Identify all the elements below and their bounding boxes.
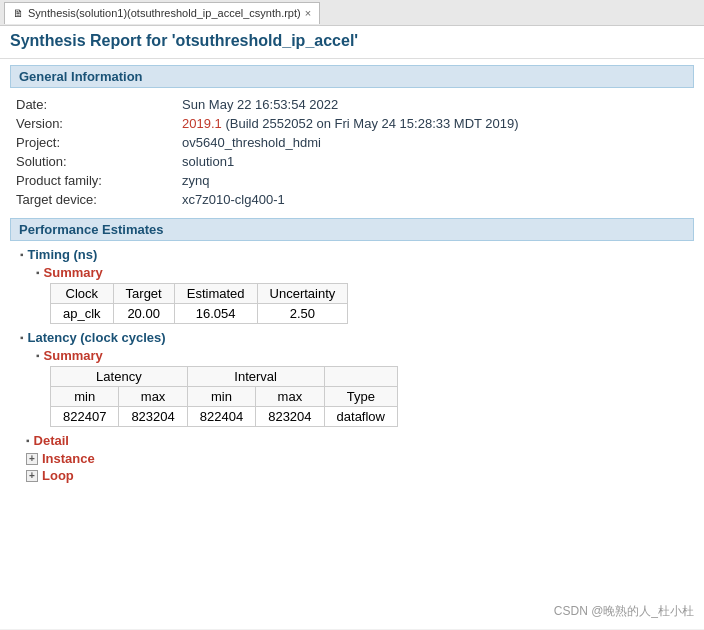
latency-col-max: max — [119, 387, 187, 407]
synthesis-tab[interactable]: 🗎 Synthesis(solution1)(otsuthreshold_ip_… — [4, 2, 320, 24]
timing-table: Clock Target Estimated Uncertainty ap_cl… — [50, 283, 348, 324]
info-row: Date:Sun May 22 16:53:54 2022 — [12, 96, 692, 113]
latency-collapse-icon: ▪ — [20, 332, 24, 343]
latency-summary-title[interactable]: ▪ Summary — [36, 348, 694, 363]
tab-bar: 🗎 Synthesis(solution1)(otsuthreshold_ip_… — [0, 0, 704, 26]
info-value: ov5640_threshold_hdmi — [178, 134, 692, 151]
timing-section: ▪ Timing (ns) ▪ Summary Clock Target Est… — [20, 247, 694, 324]
latency-col-type: Type — [324, 387, 397, 407]
latency-section: ▪ Latency (clock cycles) ▪ Summary Laten… — [20, 330, 694, 427]
content-area: General Information Date:Sun May 22 16:5… — [0, 59, 704, 629]
latency-cell-lat_min: 822407 — [51, 407, 119, 427]
latency-table: Latency Interval min max min max Type 82… — [50, 366, 398, 427]
page-title: Synthesis Report for 'otsuthreshold_ip_a… — [10, 32, 694, 50]
info-value: zynq — [178, 172, 692, 189]
latency-summary-collapse-icon: ▪ — [36, 350, 40, 361]
latency-cell-int_min: 822404 — [187, 407, 255, 427]
info-row: Product family:zynq — [12, 172, 692, 189]
timing-cell-target: 20.00 — [113, 304, 174, 324]
info-row: Project:ov5640_threshold_hdmi — [12, 134, 692, 151]
info-label: Date: — [12, 96, 176, 113]
info-row: Solution:solution1 — [12, 153, 692, 170]
latency-cell-lat_max: 823204 — [119, 407, 187, 427]
latency-title-label: Latency (clock cycles) — [28, 330, 166, 345]
info-row: Version:2019.1 (Build 2552052 on Fri May… — [12, 115, 692, 132]
latency-cell-type: dataflow — [324, 407, 397, 427]
timing-col-uncertainty: Uncertainty — [257, 284, 348, 304]
latency-group-interval: Interval — [187, 367, 324, 387]
page-title-container: Synthesis Report for 'otsuthreshold_ip_a… — [0, 26, 704, 59]
tab-label: Synthesis(solution1)(otsuthreshold_ip_ac… — [28, 7, 301, 19]
tab-close-button[interactable]: × — [305, 7, 311, 19]
tab-icon: 🗎 — [13, 7, 24, 19]
info-value: Sun May 22 16:53:54 2022 — [178, 96, 692, 113]
latency-col-int-max: max — [256, 387, 324, 407]
latency-col-int-min: min — [187, 387, 255, 407]
timing-summary-title[interactable]: ▪ Summary — [36, 265, 694, 280]
detail-loop[interactable]: + Loop — [26, 468, 694, 483]
latency-summary-label: Summary — [44, 348, 103, 363]
latency-group-latency: Latency — [51, 367, 188, 387]
latency-group-empty — [324, 367, 397, 387]
latency-title[interactable]: ▪ Latency (clock cycles) — [20, 330, 694, 345]
timing-cell-estimated: 16.054 — [174, 304, 257, 324]
info-label: Solution: — [12, 153, 176, 170]
info-label: Product family: — [12, 172, 176, 189]
instance-link[interactable]: Instance — [42, 451, 95, 466]
latency-cell-int_max: 823204 — [256, 407, 324, 427]
info-row: Target device:xc7z010-clg400-1 — [12, 191, 692, 208]
timing-col-clock: Clock — [51, 284, 114, 304]
latency-row: 822407823204822404823204dataflow — [51, 407, 398, 427]
detail-section: ▪ Detail + Instance + Loop — [10, 433, 694, 483]
instance-expand-icon[interactable]: + — [26, 453, 38, 465]
detail-collapse-icon: ▪ — [26, 435, 30, 446]
general-info-header: General Information — [10, 65, 694, 88]
detail-title-label: Detail — [34, 433, 69, 448]
timing-collapse-icon: ▪ — [20, 249, 24, 260]
timing-row: ap_clk20.0016.0542.50 — [51, 304, 348, 324]
detail-title[interactable]: ▪ Detail — [26, 433, 694, 448]
detail-instance[interactable]: + Instance — [26, 451, 694, 466]
info-value: solution1 — [178, 153, 692, 170]
performance-header: Performance Estimates — [10, 218, 694, 241]
watermark: CSDN @晚熟的人_杜小杜 — [554, 603, 694, 620]
timing-col-target: Target — [113, 284, 174, 304]
info-value: xc7z010-clg400-1 — [178, 191, 692, 208]
info-label: Project: — [12, 134, 176, 151]
timing-title[interactable]: ▪ Timing (ns) — [20, 247, 694, 262]
general-info-table: Date:Sun May 22 16:53:54 2022Version:201… — [10, 94, 694, 210]
latency-col-min: min — [51, 387, 119, 407]
loop-link[interactable]: Loop — [42, 468, 74, 483]
timing-cell-uncertainty: 2.50 — [257, 304, 348, 324]
info-label: Target device: — [12, 191, 176, 208]
loop-expand-icon[interactable]: + — [26, 470, 38, 482]
info-label: Version: — [12, 115, 176, 132]
info-value: 2019.1 (Build 2552052 on Fri May 24 15:2… — [178, 115, 692, 132]
timing-title-label: Timing (ns) — [28, 247, 98, 262]
timing-cell-clock: ap_clk — [51, 304, 114, 324]
timing-col-estimated: Estimated — [174, 284, 257, 304]
timing-summary-label: Summary — [44, 265, 103, 280]
timing-summary-collapse-icon: ▪ — [36, 267, 40, 278]
